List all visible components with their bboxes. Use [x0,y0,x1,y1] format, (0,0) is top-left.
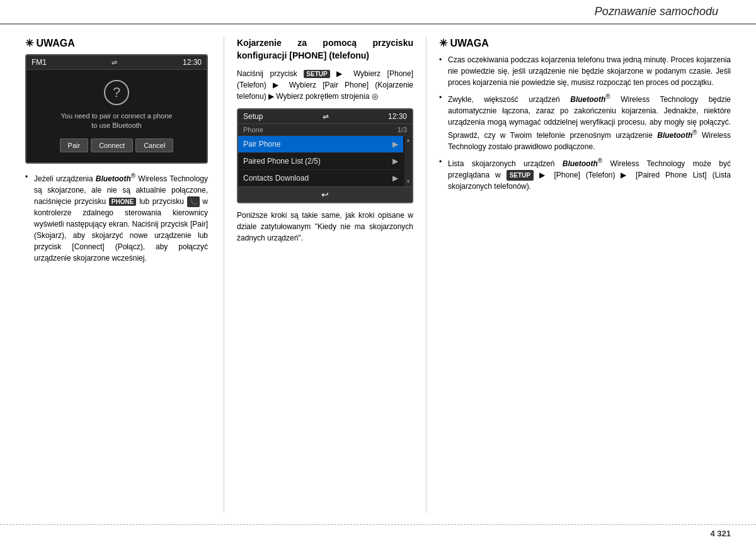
contacts-download-chevron: ▶ [392,174,398,183]
middle-column: Kojarzenie za pomocą przycisku konfigura… [227,37,423,513]
setup-header-row: Phone 1/3 [238,124,412,136]
right-bullet-item-3: Lista skojarzonych urządzeń Bluetooth® W… [439,156,731,192]
right-bullet-item-2: Zwykle, większość urządzeń Bluetooth® Wi… [439,92,731,152]
setup-time: 12:30 [388,112,407,121]
connect-button[interactable]: Connect [91,138,133,152]
back-icon: ↩ [321,189,329,200]
right-bullet-item-1: Czas oczekiwania podczas kojarzenia tele… [439,54,731,88]
usb-icon: ⇌ [112,59,117,67]
setup-usb-icon: ⇌ [323,112,329,121]
question-circle-icon: ? [104,80,129,105]
main-content: ✳ UWAGA FM1 ⇌ 12:30 ? You need to pair o… [0,25,756,513]
page-footer: 4 321 [0,524,756,542]
middle-heading: Kojarzenie za pomocą przycisku konfigura… [237,37,413,62]
bluetooth-brand-2: Bluetooth [570,95,605,104]
screen-topbar: FM1 ⇌ 12:30 [26,55,207,70]
screen-body: ? You need to pair or connect a phone to… [26,70,207,162]
left-bullet-item-1: Jeżeli urządzenia Bluetooth® Wireless Te… [25,171,208,264]
setup-phone-label: Phone [243,126,263,133]
page-number: 4 321 [710,529,731,538]
contacts-download-label: Contacts Download [243,174,309,183]
screen-message: You need to pair or connect a phone to u… [34,111,199,131]
left-column: ✳ UWAGA FM1 ⇌ 12:30 ? You need to pair o… [25,37,220,513]
setup-badge-mid: SETUP [304,70,329,78]
right-bullet-list: Czas oczekiwania podczas kojarzenia tele… [439,54,731,192]
pair-phone-label: Pair Phone [243,140,280,149]
setup-contacts-download[interactable]: Contacts Download ▶ [238,170,403,186]
scroll-down-arrow: ▼ [406,179,411,184]
setup-back-button[interactable]: ↩ [238,186,412,202]
fm-label: FM1 [32,58,47,67]
scroll-indicator: ▲ ▼ [404,136,412,186]
pair-button[interactable]: Pair [60,138,89,152]
phone-icon-1: 📞 [187,196,200,207]
middle-bottom-text: Poniższe kroki są takie same, jak kroki … [237,210,413,244]
right-column: ✳ UWAGA Czas oczekiwania podczas kojarze… [430,37,731,513]
page-header: Poznawanie samochodu [0,0,756,25]
screen-time: 12:30 [183,58,202,67]
bluetooth-brand-3: Bluetooth [657,131,692,140]
setup-badge-right: SETUP [507,170,534,181]
right-uwaga-title: ✳ UWAGA [439,37,731,49]
paired-phone-list-label: Paired Phone List (2/5) [243,157,321,166]
setup-pair-phone[interactable]: Pair Phone ▶ [238,136,403,153]
setup-topbar: Setup ⇌ 12:30 [238,110,412,124]
right-uwaga-label: ✳ UWAGA [439,37,489,49]
bluetooth-screen-mockup: FM1 ⇌ 12:30 ? You need to pair or connec… [25,54,208,164]
paired-phone-list-chevron: ▶ [392,157,398,166]
middle-intro: Naciśnij przycisk SETUP ▶ Wybierz [Phone… [237,68,413,102]
setup-page-indicator: 1/3 [398,126,407,133]
pair-phone-chevron: ▶ [392,140,398,149]
left-mid-divider [224,37,224,513]
page-title: Poznawanie samochodu [595,5,718,18]
phone-badge-1: PHONE [109,198,137,206]
mid-right-divider [426,37,427,513]
screen-buttons: Pair Connect Cancel [34,138,199,152]
setup-menu-rows: Pair Phone ▶ Paired Phone List (2/5) ▶ C… [238,136,412,186]
left-uwaga-label: ✳ UWAGA [25,37,75,49]
bluetooth-brand-1: Bluetooth [96,174,131,183]
setup-screen-mockup: Setup ⇌ 12:30 Phone 1/3 Pair Phone ▶ Pai… [237,108,413,203]
scroll-up-arrow: ▲ [406,138,411,143]
setup-paired-phone-list[interactable]: Paired Phone List (2/5) ▶ [238,153,403,170]
cancel-button[interactable]: Cancel [135,138,173,152]
left-bullet-list: Jeżeli urządzenia Bluetooth® Wireless Te… [25,171,208,264]
setup-title: Setup [243,112,263,121]
bluetooth-brand-4: Bluetooth [563,159,598,168]
left-uwaga-title: ✳ UWAGA [25,37,208,49]
